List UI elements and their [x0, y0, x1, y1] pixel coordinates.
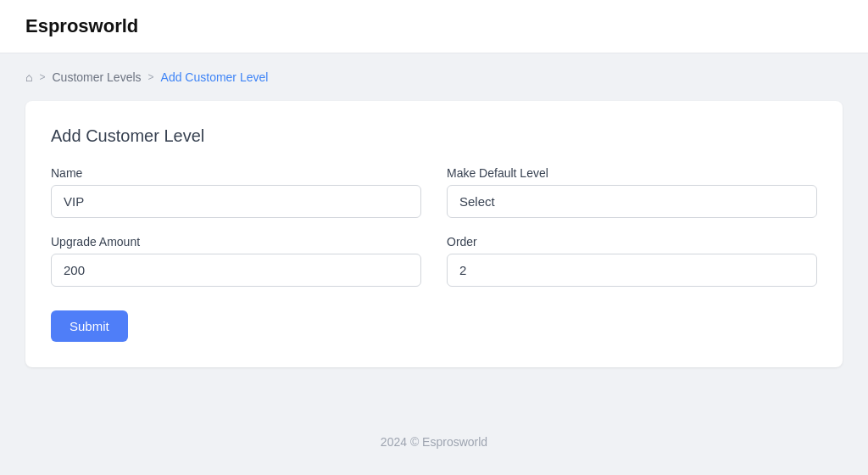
- name-input[interactable]: [51, 185, 421, 218]
- form-grid: Name Make Default Level Select Yes No Up…: [51, 166, 817, 342]
- breadcrumb: ⌂ > Customer Levels > Add Customer Level: [25, 70, 843, 84]
- order-label: Order: [447, 235, 817, 249]
- home-icon[interactable]: ⌂: [25, 70, 32, 84]
- footer-text: 2024 © Esprosworld: [381, 435, 487, 449]
- upgrade-amount-label: Upgrade Amount: [51, 235, 421, 249]
- footer: 2024 © Esprosworld: [0, 418, 868, 466]
- breadcrumb-separator-1: >: [39, 71, 45, 83]
- order-input[interactable]: [447, 254, 817, 287]
- upgrade-amount-input[interactable]: [51, 254, 421, 287]
- breadcrumb-customer-levels[interactable]: Customer Levels: [52, 70, 141, 84]
- form-card: Add Customer Level Name Make Default Lev…: [25, 101, 843, 367]
- header: Esprosworld: [0, 0, 868, 53]
- submit-button[interactable]: Submit: [51, 310, 128, 342]
- card-title: Add Customer Level: [51, 126, 817, 146]
- order-group: Order: [447, 235, 817, 287]
- make-default-label: Make Default Level: [447, 166, 817, 180]
- breadcrumb-current[interactable]: Add Customer Level: [161, 70, 269, 84]
- make-default-group: Make Default Level Select Yes No: [447, 166, 817, 218]
- name-group: Name: [51, 166, 421, 218]
- breadcrumb-separator-2: >: [148, 71, 154, 83]
- upgrade-amount-group: Upgrade Amount: [51, 235, 421, 287]
- main-content: ⌂ > Customer Levels > Add Customer Level…: [0, 53, 868, 384]
- app-title: Esprosworld: [25, 15, 138, 36]
- submit-row: Submit: [51, 310, 817, 342]
- name-label: Name: [51, 166, 421, 180]
- make-default-select[interactable]: Select Yes No: [447, 185, 817, 218]
